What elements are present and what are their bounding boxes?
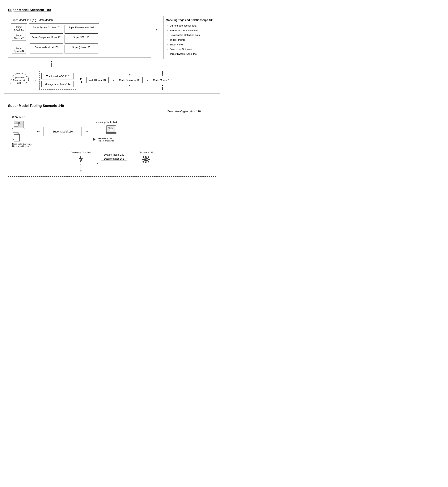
- horiz-double-arrow: ↔: [155, 16, 159, 32]
- super-model-title: Super Model 110 (e.g., MetaModel): [11, 18, 149, 22]
- svg-rect-2: [13, 128, 24, 129]
- svg-point-36: [145, 159, 146, 160]
- diagram2-title: Super Model Tooling Scenario 140: [8, 104, 216, 108]
- dots: · · ·: [16, 42, 21, 45]
- database-icon: [105, 125, 117, 136]
- svg-rect-32: [147, 156, 149, 158]
- modeling-tags-box: Modeling Tags and Relationships 108 Curr…: [163, 16, 216, 59]
- management-tools-box: Management Tools 114: [41, 81, 74, 87]
- traditional-noc-box: Traditional NOC 112: [41, 73, 74, 79]
- model-cell-0: Super System Context 101: [30, 25, 64, 34]
- tag-item-1: Historical operational data: [169, 28, 213, 33]
- svg-rect-12: [14, 134, 19, 141]
- diagram2-inner: Enterprise Organization 170 IT Tools 142: [8, 112, 216, 177]
- tag-item-6: Target System Attributes: [169, 52, 213, 56]
- discovery-gear-col: Discovery 162: [139, 151, 153, 164]
- down-arrow-icon: ▼: [80, 170, 82, 173]
- enterprise-label: Enterprise Organization 170: [168, 110, 201, 113]
- svg-rect-28: [145, 162, 146, 163]
- d2-bottom-row: Discovery Data 160 ▲ ▼: [12, 151, 212, 173]
- tag-item-3: Trigger Points: [169, 38, 213, 42]
- up-arrow: ▲: [50, 60, 53, 67]
- broker-col: Model Broker 116: [86, 77, 109, 83]
- diagram1-title: Super Model Scenario 100: [8, 8, 216, 12]
- super-model-center-box: Super Model 110: [44, 127, 82, 136]
- up-arrow-line: [51, 63, 52, 67]
- noc-management-box: Traditional NOC 112 Management Tools 114: [39, 71, 76, 90]
- tag-item-0: Current operational data: [169, 24, 213, 28]
- documentation-box: Documentation 152: [101, 157, 127, 161]
- models-grid: Super System Context 101 Super Requireme…: [29, 24, 99, 55]
- target-sys-2: Target System 2: [12, 33, 26, 40]
- discovery-monitor-arrow: →: [144, 78, 150, 82]
- cloud-noc-arrow: ↔: [32, 78, 38, 82]
- it-tools-label: IT Tools 142: [12, 116, 26, 119]
- arrowhead-up-icon: ▲: [50, 60, 53, 63]
- tag-item-5: Enterprise Attributes: [169, 47, 213, 52]
- up-arrow-wrapper: ▲: [8, 60, 216, 67]
- svg-rect-30: [148, 159, 150, 160]
- discovery-data-label: Discovery Data 160: [71, 151, 91, 154]
- system-model-col: System Model 150 Documentation 152: [97, 151, 133, 167]
- up-arrow-from-monitor: ▲: [161, 84, 164, 90]
- seed-data-2-wrapper: Seed Data 154 (e.g., Constraints): [92, 137, 117, 143]
- d2-main-row: IT Tools 142: [12, 116, 212, 147]
- up-arrow-from-discovery: ▲: [129, 84, 131, 90]
- system-model-text: System Model 150: [104, 153, 124, 156]
- it-tools-col: IT Tools 142: [12, 116, 33, 147]
- system-model-stack: System Model 150 Documentation 152: [97, 151, 133, 167]
- diagram2-container: Super Model Tooling Scenario 140 Enterpr…: [4, 100, 220, 181]
- noc-broker-arrows: ▶ ◀: [78, 77, 84, 83]
- diagram1-top: Super Model 110 (e.g., MetaModel) Target…: [8, 16, 216, 59]
- model-monitor-box: Model Monitor 118: [151, 77, 174, 83]
- target-systems-col: Target System 1 Target System 2 · · · Ta…: [11, 24, 27, 55]
- svg-marker-25: [79, 155, 83, 163]
- tag-item-4: Super Views: [169, 42, 213, 47]
- tag-item-2: Relationship Definition data: [169, 33, 213, 38]
- vertical-double-arrow: ▲ ▼: [80, 163, 82, 173]
- super-model-grid: Target System 1 Target System 2 · · · Ta…: [11, 24, 149, 55]
- diagram1-content: Super Model 110 (e.g., MetaModel) Target…: [8, 16, 216, 90]
- model-cell-1: Super Requirements 104: [64, 25, 98, 34]
- down-arrow-to-discovery: ▼: [129, 71, 131, 76]
- model-discovery-box: Model Discovery 117: [117, 77, 143, 83]
- down-arrow-to-monitor: ▼: [161, 71, 164, 76]
- seed-data-2-label: Seed Data 154 (e.g., Constraints): [98, 137, 117, 142]
- svg-point-7: [15, 125, 15, 126]
- svg-rect-27: [145, 156, 146, 157]
- model-cell-3: Super NFR 105: [64, 35, 98, 44]
- seed-data-1-label: Seed Data 152 (e.g., Node specifications…: [12, 143, 33, 147]
- discovery-label: Discovery 162: [139, 151, 153, 154]
- supermodel-to-modeling-arrow: ↔: [85, 129, 89, 134]
- computer-icon: [12, 120, 25, 131]
- svg-rect-31: [143, 156, 144, 158]
- model-broker-box: Model Broker 116: [86, 77, 109, 83]
- modeling-tags-title: Modeling Tags and Relationships 108: [166, 18, 213, 22]
- enterprise-dashed-box: IT Tools 142: [8, 112, 216, 177]
- left-arrow-icon: ◀: [80, 80, 82, 83]
- cloud-text: Operational Environment 122: [13, 76, 25, 84]
- discovery-data-col: Discovery Data 160 ▲ ▼: [71, 151, 91, 173]
- it-to-supermodel-arrow: ↔: [36, 129, 40, 134]
- system-model-front: System Model 150 Documentation 152: [97, 151, 131, 163]
- target-sys-1: Target System 1: [12, 25, 26, 32]
- svg-rect-33: [143, 161, 144, 163]
- modeling-tools-label: Modeling Tools 144: [96, 121, 117, 124]
- model-cell-4: Super Node Model 103: [30, 45, 64, 54]
- svg-rect-29: [142, 159, 144, 160]
- target-sys-n: Target System N: [12, 46, 26, 54]
- modeling-tools-col: Modeling Tools 144: [92, 121, 117, 143]
- discovery-col: ▼ Model Discovery 117 ▲: [117, 71, 143, 90]
- document-icon: [12, 132, 20, 142]
- svg-point-23: [109, 130, 113, 131]
- up-arrow-icon: ▲: [80, 163, 82, 166]
- v-line: [80, 166, 81, 170]
- diagram1-container: Super Model Scenario 100 Super Model 110…: [4, 4, 220, 94]
- super-model-box: Super Model 110 (e.g., MetaModel) Target…: [8, 16, 151, 57]
- right-arrow-icon: ▶: [80, 77, 82, 80]
- diagram1-bottom: Operational Environment 122 ↔ Traditiona…: [8, 71, 216, 90]
- model-cell-5: Super (other) 106: [64, 45, 98, 54]
- svg-rect-34: [147, 161, 149, 163]
- svg-rect-18: [106, 133, 116, 134]
- gear-icon: [141, 155, 151, 164]
